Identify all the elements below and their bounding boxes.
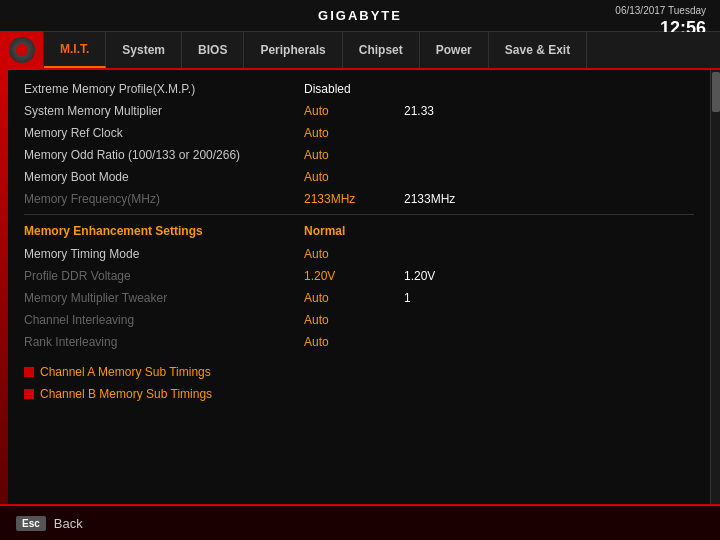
row-memory-timing-mode[interactable]: Memory Timing Mode Auto (24, 243, 694, 265)
value-memory-ref-clock: Auto (304, 126, 384, 140)
section-enhancement: Memory Enhancement Settings Normal (24, 219, 694, 243)
footer-back-label[interactable]: Back (54, 516, 83, 531)
label-memory-multiplier-tweaker: Memory Multiplier Tweaker (24, 291, 304, 305)
row-profile-ddr-voltage[interactable]: Profile DDR Voltage 1.20V 1.20V (24, 265, 694, 287)
sub-section-channel-a[interactable]: Channel A Memory Sub Timings (24, 361, 694, 383)
value2-memory-frequency: 2133MHz (404, 192, 455, 206)
label-extreme-memory-profile: Extreme Memory Profile(X.M.P.) (24, 82, 304, 96)
row-memory-boot-mode[interactable]: Memory Boot Mode Auto (24, 166, 694, 188)
main: Extreme Memory Profile(X.M.P.) Disabled … (0, 70, 720, 540)
value-system-memory-multiplier: Auto (304, 104, 384, 118)
nav-item-power[interactable]: Power (420, 32, 489, 68)
label-channel-b: Channel B Memory Sub Timings (40, 387, 212, 401)
nav-logo-circle (7, 35, 37, 65)
divider-1 (24, 214, 694, 215)
row-system-memory-multiplier[interactable]: System Memory Multiplier Auto 21.33 (24, 100, 694, 122)
bullet-channel-b (24, 389, 34, 399)
value-memory-odd-ratio: Auto (304, 148, 384, 162)
nav-logo (0, 31, 44, 69)
row-memory-multiplier-tweaker[interactable]: Memory Multiplier Tweaker Auto 1 (24, 287, 694, 309)
nav-item-mit[interactable]: M.I.T. (44, 32, 106, 68)
nav-item-chipset[interactable]: Chipset (343, 32, 420, 68)
bullet-channel-a (24, 367, 34, 377)
value2-memory-multiplier-tweaker: 1 (404, 291, 411, 305)
scroll-thumb (712, 72, 720, 112)
header-title: GIGABYTE (318, 8, 402, 23)
label-profile-ddr-voltage: Profile DDR Voltage (24, 269, 304, 283)
nav-item-save-exit[interactable]: Save & Exit (489, 32, 587, 68)
footer: Esc Back (0, 504, 720, 540)
label-memory-odd-ratio: Memory Odd Ratio (100/133 or 200/266) (24, 148, 304, 162)
label-channel-interleaving: Channel Interleaving (24, 313, 304, 327)
section-enhancement-value: Normal (304, 224, 345, 238)
nav-item-system[interactable]: System (106, 32, 182, 68)
value2-system-memory-multiplier: 21.33 (404, 104, 434, 118)
row-memory-frequency[interactable]: Memory Frequency(MHz) 2133MHz 2133MHz (24, 188, 694, 210)
header-date: 06/13/2017 Tuesday (615, 5, 706, 16)
value-memory-timing-mode: Auto (304, 247, 384, 261)
header: GIGABYTE 06/13/2017 Tuesday 12:56 (0, 0, 720, 32)
label-memory-ref-clock: Memory Ref Clock (24, 126, 304, 140)
esc-key: Esc (16, 516, 46, 531)
value2-profile-ddr-voltage: 1.20V (404, 269, 435, 283)
label-memory-frequency: Memory Frequency(MHz) (24, 192, 304, 206)
content: Extreme Memory Profile(X.M.P.) Disabled … (8, 70, 710, 540)
value-memory-multiplier-tweaker: Auto (304, 291, 384, 305)
value-extreme-memory-profile: Disabled (304, 82, 384, 96)
nav-item-peripherals[interactable]: Peripherals (244, 32, 342, 68)
nav-logo-inner (16, 44, 28, 56)
label-system-memory-multiplier: System Memory Multiplier (24, 104, 304, 118)
value-profile-ddr-voltage: 1.20V (304, 269, 384, 283)
section-enhancement-label: Memory Enhancement Settings (24, 224, 304, 238)
row-memory-odd-ratio[interactable]: Memory Odd Ratio (100/133 or 200/266) Au… (24, 144, 694, 166)
sub-section-channel-b[interactable]: Channel B Memory Sub Timings (24, 383, 694, 405)
nav-items: M.I.T. System BIOS Peripherals Chipset P… (44, 32, 720, 68)
label-memory-timing-mode: Memory Timing Mode (24, 247, 304, 261)
row-memory-ref-clock[interactable]: Memory Ref Clock Auto (24, 122, 694, 144)
label-memory-boot-mode: Memory Boot Mode (24, 170, 304, 184)
label-channel-a: Channel A Memory Sub Timings (40, 365, 211, 379)
navbar: M.I.T. System BIOS Peripherals Chipset P… (0, 32, 720, 70)
value-rank-interleaving: Auto (304, 335, 384, 349)
value-memory-frequency: 2133MHz (304, 192, 384, 206)
row-channel-interleaving[interactable]: Channel Interleaving Auto (24, 309, 694, 331)
right-scroll[interactable] (710, 70, 720, 540)
nav-item-bios[interactable]: BIOS (182, 32, 244, 68)
row-rank-interleaving[interactable]: Rank Interleaving Auto (24, 331, 694, 353)
value-memory-boot-mode: Auto (304, 170, 384, 184)
left-accent (0, 70, 8, 540)
label-rank-interleaving: Rank Interleaving (24, 335, 304, 349)
value-channel-interleaving: Auto (304, 313, 384, 327)
row-extreme-memory-profile[interactable]: Extreme Memory Profile(X.M.P.) Disabled (24, 78, 694, 100)
